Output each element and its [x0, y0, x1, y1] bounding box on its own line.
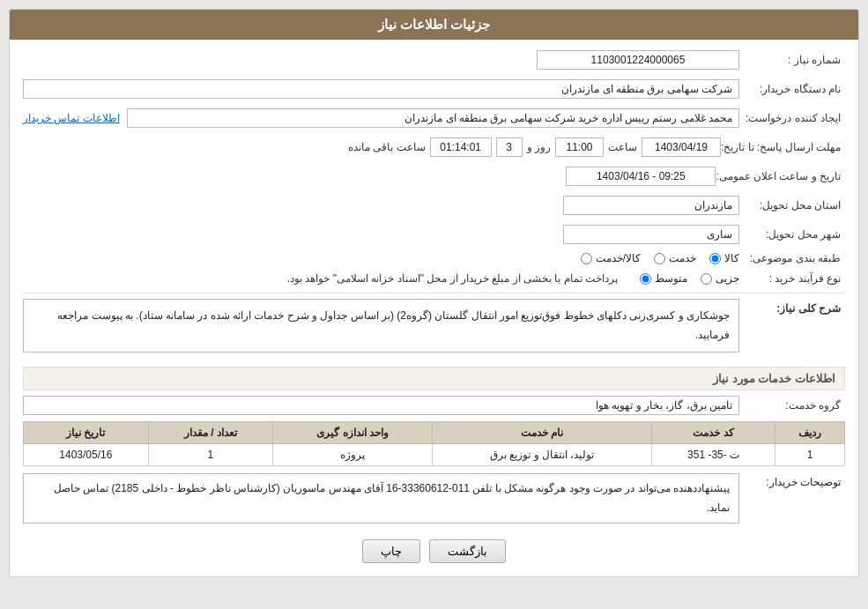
- category-kala[interactable]: کالا: [709, 252, 739, 264]
- buyer-org-value: شرکت سهامی برق منطقه ای مازندران: [23, 79, 739, 99]
- cell-unit: پروژه: [273, 444, 433, 466]
- need-number-value: 1103001224000065: [537, 50, 739, 70]
- back-button[interactable]: بازگشت: [429, 539, 506, 563]
- announce-value: 1403/04/16 - 09:25: [566, 167, 716, 186]
- buyer-notes-label: توصیحات خریدار:: [739, 473, 845, 488]
- col-qty: تعداد / مقدار: [148, 422, 273, 444]
- need-number-label: شماره نیاز :: [739, 54, 845, 66]
- province-label: استان محل تحویل:: [739, 199, 845, 212]
- purchase-motavaset[interactable]: متوسط: [640, 272, 687, 285]
- category-options: کالا/خدمت خدمت کالا: [581, 252, 739, 264]
- col-code: کد خدمت: [652, 422, 775, 444]
- creator-value: محمد غلامی رستم رییس اداره خرید شرکت سها…: [127, 108, 739, 128]
- deadline-date: 1403/04/19: [642, 137, 721, 157]
- service-group-value: تامین برق، گاز، بخار و تهویه هوا: [23, 396, 739, 415]
- deadline-day-label: روز و: [527, 141, 551, 153]
- need-description-value: جوشکاری و کسری‌زنی دکلهای خطوط فوق‌توزیع…: [23, 299, 739, 353]
- buyer-org-row: نام دستگاه خریدار: شرکت سهامی برق منطقه …: [23, 78, 845, 100]
- need-description-row: شرح کلی نیاز: جوشکاری و کسری‌زنی دکلهای …: [23, 299, 845, 360]
- motavaset-radio[interactable]: [640, 273, 651, 285]
- col-unit: واحد اندازه گیری: [273, 422, 433, 444]
- deadline-remaining-label: ساعت باقی مانده: [348, 141, 426, 153]
- buyer-notes-value: پیشنهاددهنده می‌تواند در صورت وجود هرگون…: [23, 473, 739, 524]
- table-row: 1ت -35- 351تولید، انتقال و توزیع برقپروژ…: [24, 444, 845, 466]
- kala-radio[interactable]: [709, 253, 721, 264]
- need-number-row: شماره نیاز : 1103001224000065: [23, 48, 845, 71]
- page-title: جزئیات اطلاعات نیاز: [378, 17, 490, 32]
- category-kala-khadamat[interactable]: کالا/خدمت: [581, 252, 641, 264]
- province-row: استان محل تحویل: مازندران: [23, 194, 845, 217]
- kala-khadamat-radio[interactable]: [581, 253, 592, 264]
- category-label: طبقه بندی موضوعی:: [739, 252, 845, 264]
- cell-row: 1: [775, 444, 844, 466]
- payment-note: پرداخت تمام یا بخشی از مبلغ خریدار از مح…: [283, 271, 622, 286]
- buyer-notes-row: توصیحات خریدار: پیشنهاددهنده می‌تواند در…: [23, 473, 845, 524]
- purchase-type-row: نوع فرآیند خرید : متوسط جزیی پرداخت تمام…: [23, 271, 845, 286]
- cell-qty: 1: [148, 444, 273, 466]
- button-row: بازگشت چاپ: [23, 531, 845, 568]
- col-date: تاریخ نیاز: [24, 422, 149, 444]
- announce-row: تاریخ و ساعت اعلان عمومی: 1403/04/16 - 0…: [23, 165, 845, 188]
- buyer-org-label: نام دستگاه خریدار:: [739, 83, 845, 95]
- deadline-time-label: ساعت: [608, 141, 637, 153]
- khadamat-radio[interactable]: [654, 253, 665, 264]
- jozi-radio[interactable]: [701, 273, 712, 285]
- announce-label: تاریخ و ساعت اعلان عمومی:: [716, 170, 845, 182]
- service-group-row: گروه خدمت: تامین برق، گاز، بخار و تهویه …: [23, 396, 845, 415]
- print-button[interactable]: چاپ: [362, 539, 420, 563]
- col-row: ردیف: [775, 422, 844, 444]
- services-table: ردیف کد خدمت نام خدمت واحد اندازه گیری ت…: [23, 421, 845, 466]
- need-description-label: شرح کلی نیاز:: [739, 299, 845, 315]
- city-row: شهر محل تحویل: ساری: [23, 223, 845, 246]
- creator-row: ایجاد کننده درخواست: محمد غلامی رستم ریی…: [23, 107, 845, 130]
- creator-label: ایجاد کننده درخواست:: [739, 112, 845, 124]
- deadline-days: 3: [496, 137, 523, 157]
- khadamat-label: خدمت: [669, 252, 696, 264]
- cell-code: ت -35- 351: [652, 444, 775, 466]
- category-row: طبقه بندی موضوعی: کالا/خدمت خدمت کالا: [23, 252, 845, 264]
- deadline-time: 11:00: [555, 137, 604, 157]
- deadline-remaining: 01:14:01: [430, 137, 492, 157]
- jozi-label: جزیی: [716, 272, 739, 285]
- services-section-title: اطلاعات خدمات مورد نیاز: [23, 367, 845, 390]
- kala-label: کالا: [724, 252, 739, 264]
- service-group-label: گروه خدمت:: [739, 399, 845, 412]
- province-value: مازندران: [563, 196, 739, 215]
- cell-name: تولید، انتقال و توزیع برق: [433, 444, 652, 466]
- city-label: شهر محل تحویل:: [739, 228, 845, 241]
- city-value: ساری: [563, 225, 739, 244]
- deadline-label: مهلت ارسال پاسخ: تا تاریخ:: [721, 141, 845, 153]
- purchase-type-label: نوع فرآیند خرید :: [739, 272, 845, 285]
- category-khadamat[interactable]: خدمت: [654, 252, 696, 264]
- motavaset-label: متوسط: [655, 272, 687, 285]
- contact-link[interactable]: اطلاعات تماس خریدار: [23, 112, 120, 124]
- col-name: نام خدمت: [433, 422, 652, 444]
- purchase-type-options: متوسط جزیی: [640, 272, 739, 285]
- cell-date: 1403/05/16: [24, 444, 149, 466]
- kala-khadamat-label: کالا/خدمت: [596, 252, 641, 264]
- deadline-row: مهلت ارسال پاسخ: تا تاریخ: 1403/04/19 سا…: [23, 136, 845, 159]
- purchase-jozi[interactable]: جزیی: [701, 272, 739, 285]
- page-header: جزئیات اطلاعات نیاز: [10, 10, 858, 40]
